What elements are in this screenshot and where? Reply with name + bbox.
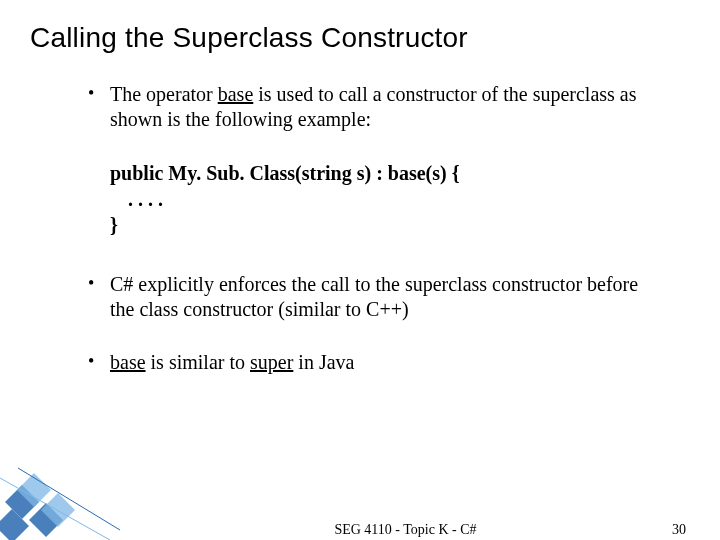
svg-rect-3 bbox=[17, 473, 51, 507]
code-block: public My. Sub. Class(string s) : base(s… bbox=[110, 160, 660, 238]
svg-rect-0 bbox=[5, 485, 39, 519]
svg-line-5 bbox=[18, 468, 120, 530]
svg-line-6 bbox=[0, 478, 110, 540]
svg-rect-4 bbox=[41, 493, 75, 527]
bullet-3-kw2: super bbox=[250, 351, 293, 373]
code-line-2: . . . . bbox=[110, 186, 660, 212]
bullet-1-pre: The operator bbox=[110, 83, 218, 105]
page-number: 30 bbox=[672, 522, 686, 538]
footer-text: SEG 4110 - Topic K - C# bbox=[334, 522, 476, 538]
bullet-2: C# explicitly enforces the call to the s… bbox=[110, 272, 660, 322]
svg-rect-2 bbox=[0, 509, 29, 540]
bullet-3-post: in Java bbox=[293, 351, 354, 373]
svg-rect-1 bbox=[29, 503, 63, 537]
page-title: Calling the Superclass Constructor bbox=[30, 22, 690, 54]
corner-decoration-icon bbox=[0, 420, 120, 540]
bullet-1-keyword: base bbox=[218, 83, 254, 105]
bullet-3-kw1: base bbox=[110, 351, 146, 373]
code-line-3: } bbox=[110, 212, 660, 238]
body-list: The operator base is used to call a cons… bbox=[30, 82, 690, 375]
bullet-3-mid: is similar to bbox=[146, 351, 250, 373]
bullet-3: base is similar to super in Java bbox=[110, 350, 660, 375]
bullet-1: The operator base is used to call a cons… bbox=[110, 82, 660, 132]
slide: Calling the Superclass Constructor The o… bbox=[0, 0, 720, 540]
code-line-1: public My. Sub. Class(string s) : base(s… bbox=[110, 160, 660, 186]
